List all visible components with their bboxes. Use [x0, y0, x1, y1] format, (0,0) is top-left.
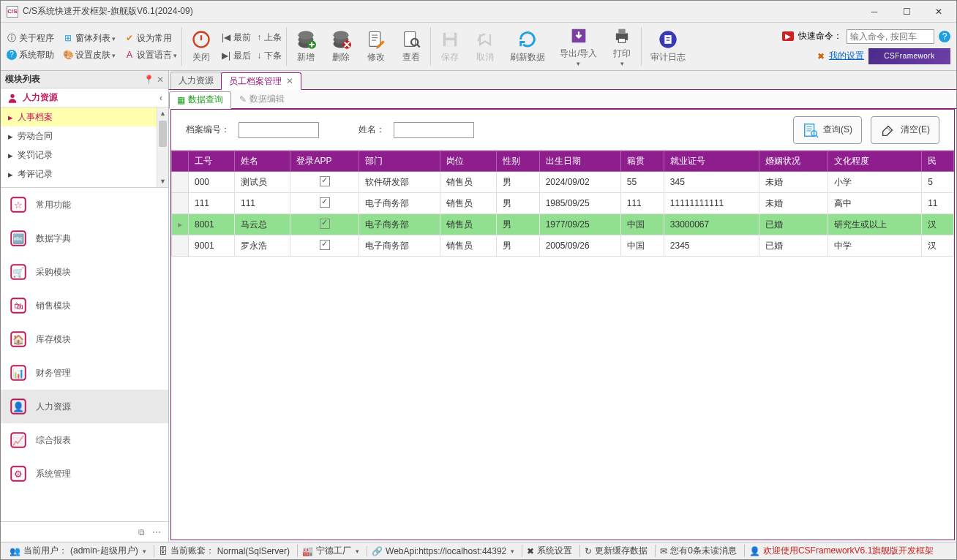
nav-first[interactable]: |◀最前	[222, 31, 251, 44]
tab-hr[interactable]: 人力资源	[170, 72, 222, 89]
status-webapi[interactable]: 🔗WebApi:https://localhost:44392	[367, 546, 519, 556]
export-button[interactable]: 导出/导入▾	[552, 23, 604, 70]
up-arrow-icon: ↑	[257, 32, 261, 42]
col-header[interactable]: 姓名	[235, 151, 290, 172]
col-header[interactable]: 籍贯	[620, 151, 664, 172]
table-row[interactable]: 111111电子商务部销售员男1985/09/2511111111111111未…	[172, 193, 954, 214]
table-row[interactable]: 9001罗永浩电子商务部销售员男2005/09/26中国2345已婚中学汉	[172, 235, 954, 257]
arrow-right-icon: ▸	[8, 169, 13, 180]
tab-close-icon[interactable]: ✕	[286, 76, 293, 86]
checkbox-icon[interactable]	[320, 176, 330, 186]
titlebar: C/S C/S系统快速开发框架-旗舰版V6.1(2024-09) ─ ☐ ✕	[1, 1, 956, 23]
svg-point-7	[334, 31, 349, 39]
svg-text:🏠: 🏠	[12, 333, 25, 346]
print-button[interactable]: 打印▾	[604, 23, 639, 70]
quick-cmd-input[interactable]	[847, 29, 934, 44]
module-icon: 📈	[8, 430, 29, 450]
module-4[interactable]: 🏠库存模块	[1, 322, 168, 356]
status-factory[interactable]: 🏭宁德工厂	[297, 545, 364, 557]
add-button[interactable]: 新增	[288, 23, 323, 70]
menu-skin[interactable]: 设置皮肤	[75, 49, 116, 61]
down-arrow-icon: ↓	[257, 50, 261, 61]
sidebar-section-hr[interactable]: 人力资源 ‹	[1, 88, 168, 107]
more-icon[interactable]: ⋯	[152, 527, 161, 537]
svg-rect-9	[369, 32, 380, 47]
col-header[interactable]: 部门	[359, 151, 440, 172]
close-window-button[interactable]: ✕	[923, 1, 955, 22]
clear-button[interactable]: 清空(E)	[871, 116, 939, 144]
pin-icon[interactable]: 📍	[143, 75, 154, 85]
menu-formlist[interactable]: 窗体列表	[75, 32, 116, 45]
col-header[interactable]: 工号	[189, 151, 235, 172]
status-user[interactable]: 👥当前用户：(admin-超级用户)	[5, 545, 151, 557]
close-panel-icon[interactable]: ✕	[157, 75, 164, 85]
col-header[interactable]: 文化程度	[827, 151, 921, 172]
module-3[interactable]: 🛍销售模块	[1, 289, 168, 322]
sidebar-tree: ▸人事档案▸劳动合同▸奖罚记录▸考评记录 ▲▼	[1, 107, 168, 188]
menu-setdefault[interactable]: 设为常用	[137, 32, 172, 45]
module-7[interactable]: 📈综合报表	[1, 423, 168, 457]
save-button: 保存	[432, 23, 468, 70]
col-header[interactable]: 登录APP	[290, 151, 359, 172]
menu-syshelp[interactable]: 系统帮助	[19, 49, 54, 61]
chevron-left-icon: ‹	[160, 93, 162, 103]
tree-item-1[interactable]: ▸劳动合同	[1, 126, 168, 145]
col-header[interactable]: 民	[922, 151, 954, 172]
menu-lang[interactable]: 设置语言	[137, 49, 177, 61]
col-header[interactable]: 婚姻状况	[759, 151, 828, 172]
data-grid[interactable]: 工号姓名登录APP部门岗位性别出生日期籍贯就业证号婚姻状况文化程度民000测试员…	[171, 151, 954, 540]
col-header[interactable]: 出生日期	[539, 151, 620, 172]
copy-icon[interactable]: ⧉	[138, 527, 145, 537]
nav-prev[interactable]: ↑上条	[257, 31, 282, 44]
module-2[interactable]: 🛒采购模块	[1, 255, 168, 289]
checkbox-icon[interactable]	[320, 240, 330, 250]
tab-employee-archive[interactable]: 员工档案管理✕	[221, 72, 301, 90]
view-button[interactable]: 查看	[394, 23, 429, 70]
module-5[interactable]: 📊财务管理	[1, 356, 168, 390]
edit-icon: ✎	[239, 94, 247, 105]
col-header[interactable]: 岗位	[440, 151, 496, 172]
module-icon: 🛒	[8, 262, 29, 282]
delete-button[interactable]: 删除	[323, 23, 359, 70]
module-0[interactable]: ☆常用功能	[1, 188, 168, 222]
svg-text:⚙: ⚙	[14, 469, 23, 480]
brand-banner[interactable]: CSFramework	[868, 48, 950, 64]
name-input[interactable]	[394, 122, 474, 138]
table-row[interactable]: ▸8001马云总电子商务部销售员男1977/09/25中国33000067已婚研…	[172, 214, 954, 235]
tree-item-0[interactable]: ▸人事档案	[1, 107, 168, 126]
menu-about[interactable]: 关于程序	[19, 32, 54, 45]
status-unread[interactable]: ✉您有0条未读消息	[655, 545, 741, 557]
module-8[interactable]: ⚙系统管理	[1, 457, 168, 491]
checkbox-icon[interactable]	[320, 197, 330, 208]
archive-code-input[interactable]	[239, 122, 319, 138]
sub-tabs: ▦数据查询 ✎数据编辑	[169, 90, 956, 109]
module-1[interactable]: 🔤数据字典	[1, 222, 168, 255]
query-button[interactable]: 查询(S)	[793, 116, 862, 144]
checkbox-icon[interactable]	[320, 219, 330, 229]
module-icon: 🔤	[8, 228, 29, 249]
nav-next[interactable]: ↓下条	[257, 50, 282, 62]
close-button[interactable]: 关闭	[184, 23, 219, 70]
tree-scrollbar[interactable]: ▲▼	[157, 107, 168, 187]
edit-button[interactable]: 修改	[359, 23, 394, 70]
youtube-icon[interactable]: ▶	[782, 31, 794, 41]
col-header[interactable]: 就业证号	[664, 151, 759, 172]
maximize-button[interactable]: ☐	[890, 1, 923, 22]
col-header[interactable]: 性别	[496, 151, 539, 172]
tree-item-3[interactable]: ▸考评记录	[1, 164, 168, 183]
svg-rect-14	[446, 40, 454, 46]
subtab-edit[interactable]: ✎数据编辑	[231, 91, 293, 108]
tree-item-2[interactable]: ▸奖罚记录	[1, 145, 168, 164]
my-settings-link[interactable]: 我的设置	[829, 50, 864, 62]
module-6[interactable]: 👤人力资源	[1, 390, 168, 423]
quick-help-icon[interactable]: ?	[939, 31, 950, 42]
status-updatecache[interactable]: ↻更新缓存数据	[579, 545, 652, 557]
refresh-button[interactable]: 刷新数据	[503, 23, 552, 70]
skin-icon: 🎨	[63, 50, 73, 60]
table-row[interactable]: 000测试员软件研发部销售员男2024/09/0255345未婚小学5	[172, 172, 954, 193]
nav-last[interactable]: ▶|最后	[222, 50, 251, 62]
minimize-button[interactable]: ─	[858, 1, 890, 22]
subtab-query[interactable]: ▦数据查询	[169, 91, 231, 109]
audit-button[interactable]: 审计日志	[643, 23, 693, 70]
status-syssetting[interactable]: ✖系统设置	[522, 545, 577, 557]
